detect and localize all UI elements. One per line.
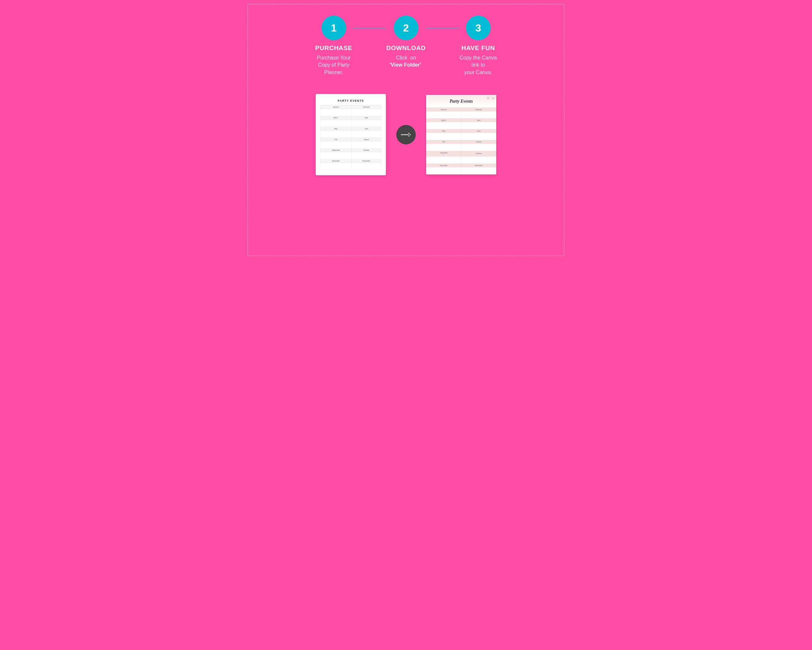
cell-dec-styled <box>461 167 496 174</box>
step-2-title: DOWNLOAD <box>386 44 426 51</box>
cell-oct-plain <box>351 152 381 159</box>
cell-mar-styled <box>426 122 461 129</box>
table-row <box>426 144 496 151</box>
step-3-number: 3 <box>475 22 481 34</box>
svg-point-3 <box>405 134 406 135</box>
step-2-desc: Click on'View Folder'. <box>389 54 423 69</box>
table-row: September October <box>320 148 381 152</box>
month-mar-plain: March <box>320 116 351 119</box>
cell-nov-styled <box>426 167 461 174</box>
cell-aug-plain <box>351 141 381 148</box>
month-jan-plain: January <box>320 105 351 109</box>
table-row: May June <box>426 129 496 133</box>
connector-2-3 <box>426 15 459 40</box>
table-row: September October <box>426 151 496 156</box>
month-dec-plain: December <box>351 159 381 163</box>
cell-jun-plain <box>351 130 381 138</box>
cell-may-styled <box>426 133 461 140</box>
table-row <box>320 141 381 148</box>
month-jan-styled: January <box>426 107 461 111</box>
step-2-bold: 'View Folder' <box>389 62 421 68</box>
step-2: 2 DOWNLOAD Click on'View Folder'. <box>386 15 426 69</box>
step-2-circle: 2 <box>394 15 418 40</box>
svg-point-1 <box>402 134 403 135</box>
table-row <box>426 156 496 164</box>
step-3-title: HAVE FUN <box>461 44 495 51</box>
table-row: March April <box>426 118 496 122</box>
plain-preview-card: PARTY EVENTS January February March Apri… <box>316 94 386 175</box>
month-oct-plain: October <box>351 148 381 152</box>
step-2-number: 2 <box>403 22 409 34</box>
cell-sep-styled <box>426 156 461 164</box>
plain-calendar-table: January February March April <box>320 105 381 170</box>
svg-point-7 <box>409 134 411 135</box>
month-jul-plain: July <box>320 138 351 141</box>
steps-container: 1 PURCHASE Purchase YourCopy of PartyPla… <box>315 15 497 76</box>
table-row <box>320 119 381 127</box>
month-feb-styled: February <box>461 107 496 111</box>
month-jun-plain: June <box>351 127 381 130</box>
month-feb-plain: February <box>351 105 381 109</box>
cell-oct-styled <box>461 156 496 164</box>
month-sep-plain: September <box>320 148 351 152</box>
month-apr-styled: April <box>461 118 496 122</box>
cell-may-plain <box>320 130 351 138</box>
connector-1-2 <box>353 15 386 40</box>
month-sep-styled: September <box>426 151 461 156</box>
svg-point-4 <box>406 134 407 135</box>
previews-row: PARTY EVENTS January February March Apri… <box>316 94 496 175</box>
cell-jul-plain <box>320 141 351 148</box>
cell-sep-plain <box>320 152 351 159</box>
month-jun-styled: June <box>461 129 496 133</box>
cell-jan-styled <box>426 111 461 118</box>
styled-calendar-table: January February March April <box>426 107 496 174</box>
main-container: 1 PURCHASE Purchase YourCopy of PartyPla… <box>244 0 568 260</box>
styled-card-title: Party Events <box>429 99 494 104</box>
month-may-plain: May <box>320 127 351 130</box>
cell-feb-plain <box>351 109 381 116</box>
table-row: November December <box>426 164 496 167</box>
table-row <box>426 133 496 140</box>
step-2-after: . <box>421 62 422 68</box>
cell-mar-plain <box>320 119 351 127</box>
table-row <box>426 122 496 129</box>
month-aug-plain: August <box>351 138 381 141</box>
arrow-icon <box>401 131 411 138</box>
cell-dec-plain <box>351 163 381 170</box>
month-nov-plain: November <box>320 159 351 163</box>
table-row <box>426 167 496 174</box>
cell-jul-styled <box>426 144 461 151</box>
month-aug-styled: August <box>461 140 496 144</box>
step-1-desc: Purchase YourCopy of PartyPlanner. <box>317 54 351 76</box>
month-may-styled: May <box>426 129 461 133</box>
arrow-button[interactable] <box>396 125 416 144</box>
cell-apr-plain <box>351 119 381 127</box>
month-apr-plain: April <box>351 116 381 119</box>
table-row: November December <box>320 159 381 163</box>
step-1-title: PURCHASE <box>315 44 353 51</box>
cell-feb-styled <box>461 111 496 118</box>
table-row: March April <box>320 116 381 119</box>
cell-jun-styled <box>461 133 496 140</box>
step-1-number: 1 <box>331 22 337 34</box>
svg-point-5 <box>407 134 408 135</box>
cell-jan-plain <box>320 109 351 116</box>
table-row <box>426 111 496 118</box>
month-oct-styled: October <box>461 151 496 156</box>
table-row <box>320 163 381 170</box>
cell-apr-styled <box>461 122 496 129</box>
svg-point-6 <box>408 133 409 134</box>
svg-point-8 <box>408 136 409 136</box>
step-3-circle: 3 <box>466 15 490 40</box>
table-row: May June <box>320 127 381 130</box>
cell-nov-plain <box>320 163 351 170</box>
cell-aug-styled <box>461 144 496 151</box>
table-row <box>320 152 381 159</box>
svg-point-0 <box>401 134 402 135</box>
svg-point-2 <box>403 134 404 135</box>
table-row <box>320 109 381 116</box>
month-dec-styled: December <box>461 164 496 167</box>
table-row: July August <box>320 138 381 141</box>
month-nov-styled: November <box>426 164 461 167</box>
step-3: 3 HAVE FUN Copy the Canvalink toyour Can… <box>459 15 497 76</box>
